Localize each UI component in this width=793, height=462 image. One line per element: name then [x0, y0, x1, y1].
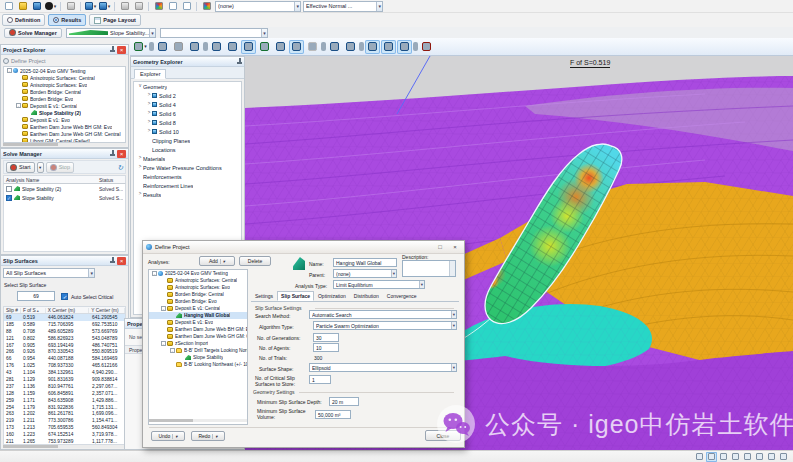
slip-row[interactable]: 2371.136810.9477612,297.067...: [4, 383, 125, 390]
tree-item[interactable]: Earthen Dam June Web BH GM: Evo: [149, 326, 247, 333]
tree-item[interactable]: Reinforcement Lines: [134, 181, 241, 190]
dialog-tab[interactable]: Convergence: [383, 291, 421, 301]
view-y-icon[interactable]: [381, 40, 396, 54]
undo-icon[interactable]: [84, 1, 97, 12]
tree-item[interactable]: -Deposit E v1: Central: [149, 305, 247, 312]
graph2-icon[interactable]: [180, 1, 193, 12]
tree-item[interactable]: Anisotropic Surfaces: Evo: [149, 284, 247, 291]
volume-input[interactable]: 50,000 m³: [315, 410, 351, 419]
zoom-icon[interactable]: [754, 452, 765, 462]
tree-item[interactable]: Slope Stability: [149, 354, 247, 361]
tree-item[interactable]: >Results: [134, 190, 241, 199]
tree-item[interactable]: -zSection Import: [149, 340, 247, 347]
column-header[interactable]: Y Center (m): [89, 308, 125, 313]
analysis-checkbox[interactable]: [6, 186, 12, 192]
undo-button[interactable]: Undo: [151, 431, 185, 441]
tree-item[interactable]: >Solid 4: [134, 100, 241, 109]
description-textarea[interactable]: [402, 260, 456, 277]
tree-item[interactable]: Anisotropic Surfaces: Central: [4, 74, 125, 81]
tree-item[interactable]: B-B' Looking Northeast (+/- 100'): [149, 361, 247, 368]
slip-row[interactable]: 2811.129901.831639909.838814: [4, 376, 125, 383]
depth-input[interactable]: 20 m: [329, 397, 359, 406]
report-icon[interactable]: [200, 1, 213, 12]
isosurface-icon[interactable]: [241, 40, 256, 54]
generations-input[interactable]: 30: [313, 333, 339, 342]
slip-row[interactable]: 1850.589715.706395692.753510: [4, 321, 125, 328]
refresh-icon[interactable]: [117, 164, 123, 171]
h-scrollbar[interactable]: [3, 445, 126, 448]
close-icon[interactable]: [117, 46, 126, 54]
tree-item[interactable]: vGeometry: [134, 82, 241, 91]
Slope Stability (2)[interactable]: Slope Stability (2)Solved S...: [4, 184, 125, 193]
agents-input[interactable]: 10: [313, 343, 339, 352]
grid-icon[interactable]: [706, 452, 717, 462]
tree-item[interactable]: Borden Bridge: Evo: [149, 298, 247, 305]
shape-select[interactable]: Ellipsoid: [309, 363, 457, 372]
results-toggle[interactable]: Results: [48, 14, 86, 26]
tree-item[interactable]: Anisotropic Surfaces: Central: [149, 277, 247, 284]
slip-row[interactable]: 1731.213705.659535560.849304: [4, 424, 125, 431]
redo-icon[interactable]: [98, 1, 111, 12]
stop-button[interactable]: Stop: [46, 162, 74, 173]
column-header[interactable]: X Center (m): [46, 308, 90, 313]
tree-item[interactable]: -2025-02-04 Evo GMV Testing: [149, 270, 247, 277]
solids-icon[interactable]: [225, 40, 240, 54]
slip-row[interactable]: 1670.905693.194149486.740751: [4, 342, 125, 349]
pin-icon[interactable]: [110, 46, 115, 53]
view-mode-icon[interactable]: [133, 40, 148, 54]
tree-item[interactable]: Borden Bridge: Evo: [4, 95, 125, 102]
start-options-button[interactable]: [37, 162, 44, 173]
strength-method-select[interactable]: Effective Normal ...: [303, 1, 383, 12]
slip-row[interactable]: 1761.025708.937330465.612166: [4, 362, 125, 369]
h-scrollbar[interactable]: [149, 419, 247, 422]
redo-button[interactable]: Redo: [191, 431, 225, 441]
view-z-icon[interactable]: [397, 40, 412, 54]
new-file-icon[interactable]: [2, 1, 15, 12]
pin-icon[interactable]: [237, 58, 242, 65]
solve-manager-button[interactable]: Solve Manager: [4, 28, 62, 38]
slip-row[interactable]: 2631.202861.2617811,699.096...: [4, 410, 125, 417]
column-header[interactable]: Analysis Name: [6, 177, 99, 183]
slip-row[interactable]: 880.708489.605289573.669769: [4, 328, 125, 335]
slip-row[interactable]: 690.519446.061824641.290545: [4, 314, 125, 321]
move-icon[interactable]: [730, 452, 741, 462]
slip-row[interactable]: 1210.802586.826923543.048789: [4, 335, 125, 342]
column-header[interactable]: Status: [99, 177, 123, 183]
slip-row[interactable]: 2191.211773.3007861,154.471...: [4, 417, 125, 424]
analysis-type-select[interactable]: Limit Equilibrium: [333, 280, 425, 289]
tree-item[interactable]: Anisotropic Surfaces: Evo: [4, 81, 125, 88]
parent-select[interactable]: (none): [333, 269, 397, 278]
auto-select-checkbox[interactable]: [61, 293, 68, 300]
Slope Stability[interactable]: Slope StabilitySolved S...: [4, 193, 125, 202]
search-method-select[interactable]: Automatic Search: [309, 310, 457, 319]
store-input[interactable]: 1: [309, 375, 331, 384]
delete-button[interactable]: Delete: [239, 256, 271, 266]
tree-item[interactable]: Earthen Dam June Web GH GM: Central: [149, 333, 247, 340]
analysis-select[interactable]: Slope Stability...: [66, 28, 156, 38]
slip-row[interactable]: 2541.179831.9228361,715.131...: [4, 404, 125, 411]
tree-item[interactable]: >Pore Water Pressure Conditions: [134, 163, 241, 172]
tree-item[interactable]: Hanging Wall Global: [149, 312, 247, 319]
slip-number-input[interactable]: 69: [17, 291, 55, 301]
define-project-item[interactable]: Define Project: [3, 56, 46, 65]
column-header[interactable]: F of S: [21, 308, 46, 313]
tree-item[interactable]: Deposit E v1: Evo: [149, 319, 247, 326]
select-icon[interactable]: [718, 452, 729, 462]
snap-icon[interactable]: [694, 452, 705, 462]
tree-item[interactable]: Earthen Dam June Web BH GM: Evo: [4, 123, 125, 130]
tree-item[interactable]: -B-B' Drill Targets Looking Northeast (+…: [149, 347, 247, 354]
add-button[interactable]: Add: [199, 256, 235, 266]
dialog-tab[interactable]: Settings: [251, 291, 277, 301]
slice-icon[interactable]: [273, 40, 288, 54]
focus-icon[interactable]: [419, 40, 434, 54]
tree-item[interactable]: >Solid 6: [134, 109, 241, 118]
scenario-select[interactable]: [160, 28, 268, 38]
recent-icon[interactable]: [44, 1, 57, 12]
dialog-tab[interactable]: Optimization: [314, 291, 350, 301]
tree-item[interactable]: >Solid 8: [134, 118, 241, 127]
copy-view-icon[interactable]: [155, 40, 170, 54]
slip-filter-select[interactable]: All Slip Surfaces: [3, 268, 95, 278]
algorithm-select[interactable]: Particle Swarm Optimization: [313, 321, 457, 330]
close-icon[interactable]: [117, 150, 126, 158]
h-scrollbar[interactable]: [3, 143, 126, 146]
